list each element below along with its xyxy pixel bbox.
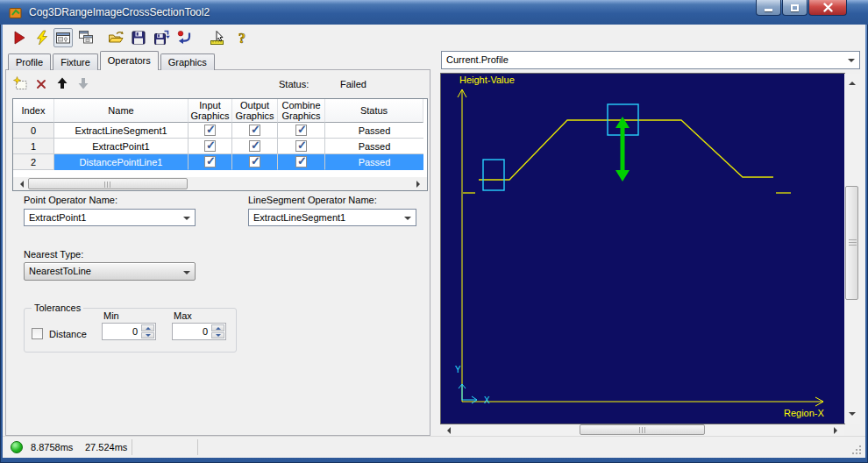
column-header-index[interactable]: Index [13,99,54,123]
reset-button[interactable] [174,28,194,47]
min-label: Min [103,310,119,321]
point-operator-value: ExtractPoint1 [29,212,86,223]
svg-text:?: ? [238,31,245,46]
spin-down-icon[interactable] [141,332,154,339]
maximize-icon [791,4,799,11]
tab-operators[interactable]: Operators [100,51,159,70]
spin-up-icon[interactable] [141,324,154,331]
run-button[interactable] [10,28,29,47]
display-hscrollbar-thumb[interactable] [580,424,705,435]
cell-combine-graphics: ✓ [278,139,325,154]
chart-background [441,74,844,424]
save-as-button[interactable] [152,28,171,47]
profile-selector-value: Current.Profile [446,54,509,65]
spin-down-icon[interactable] [211,332,224,339]
total-time: 27.524ms [85,442,127,452]
save-file-button[interactable] [129,28,148,47]
table-row-selected[interactable]: 2 DistancePointLine1 ✓ ✓ ✓ Passed [13,154,427,170]
column-header-combine-graphics[interactable]: Combine Graphics [278,99,325,123]
result-window-button[interactable] [53,28,73,47]
interactive-graphics-button[interactable] [208,28,227,47]
checkbox-checked[interactable]: ✓ [249,156,260,167]
open-file-button[interactable] [106,28,125,47]
x-axis-label: Region-X [784,408,825,418]
profile-selector-combobox[interactable]: Current.Profile [441,51,860,69]
save-icon [131,30,146,46]
window-title: Cog3DRangeImageCrossSectionTool2 [29,6,210,18]
column-header-status[interactable]: Status [325,99,423,123]
display-vscrollbar-thumb[interactable] [845,186,858,300]
distance-label: Distance [49,329,87,339]
float-window-button[interactable] [76,28,96,47]
checkbox-checked[interactable]: ✓ [204,140,216,152]
cell-status: Passed [325,139,423,154]
scroll-down-icon[interactable] [849,412,856,419]
help-button[interactable]: ? [232,28,252,47]
cell-input-graphics: ✓ [189,154,232,170]
chevron-down-icon [848,59,855,66]
cell-name: ExtractLineSegment1 [54,123,189,139]
move-up-button[interactable] [54,75,70,91]
display-vscrollbar[interactable] [844,74,860,424]
point-operator-combobox[interactable]: ExtractPoint1 [24,209,196,226]
cell-index: 1 [13,139,54,154]
table-header-row: Index Name Input Graphics Output Graphic… [13,99,427,123]
add-operator-button[interactable] [12,75,28,91]
close-button[interactable] [808,0,847,16]
table-row[interactable]: 0 ExtractLineSegment1 ✓ ✓ ✓ Passed [13,123,427,139]
scroll-right-icon[interactable] [416,181,423,188]
run-live-button[interactable] [32,28,52,47]
table-hscrollbar-thumb[interactable] [28,178,188,189]
display-hscrollbar[interactable] [440,424,844,436]
checkbox-checked[interactable]: ✓ [204,125,216,136]
checkbox-checked[interactable]: ✓ [249,125,260,136]
checkbox-checked[interactable]: ✓ [204,156,216,167]
new-item-icon [13,76,27,90]
column-header-input-graphics[interactable]: Input Graphics [189,99,232,123]
checkbox-checked[interactable]: ✓ [295,156,307,167]
tab-bar: Profile Fixture Operators Graphics [8,51,217,70]
profile-display[interactable]: Height-Value Region-X Y X [440,73,845,424]
min-spinner[interactable]: 0 [102,323,156,340]
checkbox-checked[interactable]: ✓ [295,125,307,136]
tab-fixture[interactable]: Fixture [53,53,98,70]
scroll-left-icon[interactable] [444,427,451,434]
cell-combine-graphics: ✓ [278,123,325,139]
scroll-right-icon[interactable] [834,427,841,434]
reset-icon [176,30,193,46]
titlebar[interactable]: Cog3DRangeImageCrossSectionTool2 [0,0,868,25]
statusbar: 8.8758ms 27.524ms [3,436,865,458]
maximize-button[interactable] [782,0,808,16]
checkbox-checked[interactable]: ✓ [249,140,260,152]
distance-checkbox[interactable] [32,328,43,339]
delete-operator-button[interactable] [33,75,49,91]
min-value: 0 [132,326,138,337]
resize-grip[interactable] [851,445,862,455]
tab-profile[interactable]: Profile [8,53,51,70]
profile-chart: Height-Value Region-X Y X [441,74,844,424]
scroll-up-icon[interactable] [849,78,856,85]
table-hscrollbar[interactable] [13,177,427,190]
checkbox-checked[interactable]: ✓ [295,140,307,152]
spin-up-icon[interactable] [211,324,224,331]
column-header-name[interactable]: Name [54,99,189,123]
max-spinner[interactable]: 0 [172,323,226,340]
origin-x-label: X [484,395,490,405]
linesegment-operator-value: ExtractLineSegment1 [253,212,345,223]
operators-table[interactable]: Index Name Input Graphics Output Graphic… [12,98,428,191]
y-axis-label: Height-Value [459,75,515,85]
delete-x-icon [34,76,48,90]
float-window-icon [78,30,94,46]
table-row[interactable]: 1 ExtractPoint1 ✓ ✓ ✓ Passed [13,139,427,154]
nearest-type-combobox[interactable]: NearestToLine [24,262,196,281]
statusbar-separator [132,439,132,455]
move-down-button[interactable] [75,75,91,91]
cell-index: 2 [13,154,54,170]
scroll-left-icon[interactable] [17,181,24,188]
column-header-output-graphics[interactable]: Output Graphics [232,99,278,123]
pointer-ruler-icon [210,30,225,46]
close-icon [823,3,833,12]
linesegment-operator-combobox[interactable]: ExtractLineSegment1 [248,209,416,226]
minimize-button[interactable] [756,0,781,16]
tab-graphics[interactable]: Graphics [160,53,215,70]
